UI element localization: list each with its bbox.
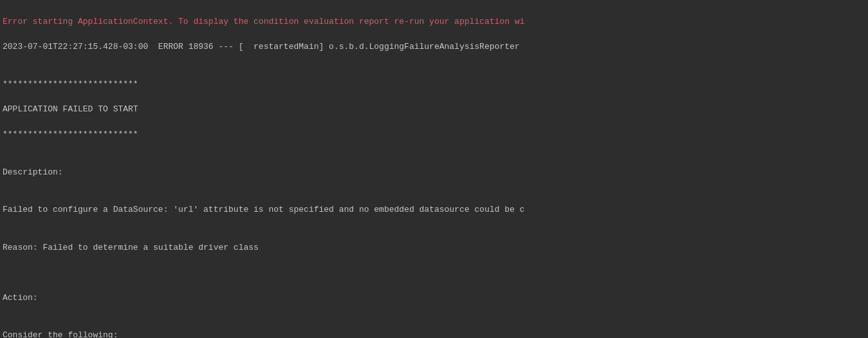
console-line-empty-13	[0, 279, 868, 292]
console-line-3: ***************************	[0, 78, 868, 91]
console-line-empty-6	[0, 153, 868, 166]
console-line-0: Error starting ApplicationContext. To di…	[0, 15, 868, 28]
console-line-1: 2023-07-01T22:27:15.428-03:00 ERROR 1893…	[0, 41, 868, 53]
console-line-empty-10	[0, 229, 868, 241]
console-line-9: Failed to configure a DataSource: 'url' …	[0, 203, 868, 216]
console-output: Error starting ApplicationContext. To di…	[0, 0, 868, 338]
console-line-16: Consider the following:	[0, 329, 868, 338]
console-line-11: Reason: Failed to determine a suitable d…	[0, 241, 868, 254]
console-line-empty-12	[0, 267, 868, 279]
console-line-empty-15	[0, 317, 868, 330]
console-line-7: Description:	[0, 166, 868, 179]
console-line-14: Action:	[0, 292, 868, 305]
console-line-empty-8	[0, 191, 868, 204]
console-line-5: ***************************	[0, 128, 868, 141]
console-line-empty-2	[0, 66, 868, 79]
console-line-4: APPLICATION FAILED TO START	[0, 103, 868, 116]
